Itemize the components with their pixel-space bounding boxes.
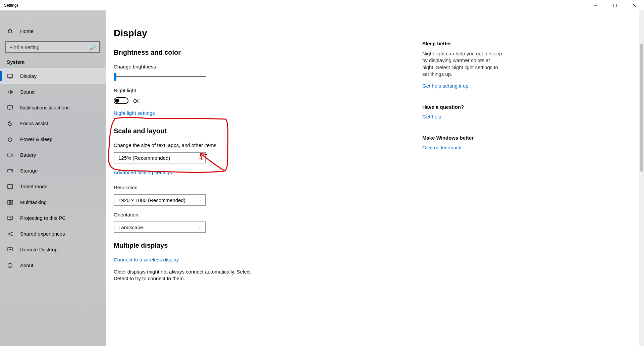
sleep-better-heading: Sleep better (422, 41, 503, 46)
scrollbar[interactable] (639, 10, 644, 346)
tablet-icon (7, 184, 13, 189)
sidebar-item-label: Multitasking (20, 199, 47, 205)
brightness-label: Change brightness (114, 64, 412, 69)
slider-thumb[interactable] (114, 73, 116, 81)
svg-rect-6 (8, 106, 12, 109)
svg-rect-4 (8, 74, 12, 78)
notifications-icon (7, 105, 13, 110)
svg-line-20 (8, 234, 12, 236)
feedback-link[interactable]: Give us feedback (422, 145, 461, 150)
focus-assist-icon (7, 121, 13, 126)
sidebar-item-label: Shared experiences (20, 231, 65, 237)
svg-rect-15 (8, 200, 10, 204)
night-light-toggle[interactable] (114, 97, 128, 104)
question-heading: Have a question? (422, 104, 503, 110)
sidebar-item-label: Projecting to this PC (20, 215, 66, 221)
sidebar-item-projecting[interactable]: Projecting to this PC (0, 210, 106, 226)
svg-rect-16 (10, 200, 12, 202)
svg-rect-17 (10, 203, 12, 204)
search-field[interactable] (9, 44, 90, 50)
sound-icon (7, 89, 13, 95)
svg-point-27 (10, 264, 10, 264)
page-title: Display (114, 28, 412, 39)
close-icon (632, 3, 636, 7)
sidebar-item-sound[interactable]: Sound (0, 84, 106, 100)
svg-point-23 (12, 235, 13, 236)
remote-desktop-icon (7, 247, 13, 252)
search-icon: 🔍 (90, 45, 96, 50)
resolution-label: Resolution (114, 185, 412, 190)
sidebar-item-display[interactable]: Display (0, 68, 106, 84)
window-controls (586, 0, 644, 10)
svg-point-14 (10, 188, 10, 188)
section-multiple-displays: Multiple displays (114, 242, 412, 249)
sidebar-item-shared-experiences[interactable]: Shared experiences (0, 226, 106, 242)
home-label: Home (20, 28, 34, 34)
resolution-select[interactable]: 1920 × 1080 (Recommended) ⌄ (114, 194, 206, 206)
svg-point-21 (8, 233, 9, 234)
sidebar-item-power-sleep[interactable]: Power & sleep (0, 131, 106, 147)
wireless-display-link[interactable]: Connect to a wireless display (114, 257, 179, 262)
scale-label: Change the size of text, apps, and other… (114, 142, 412, 148)
brightness-slider[interactable] (114, 73, 206, 80)
sidebar-item-multitasking[interactable]: Multitasking (0, 194, 106, 210)
sidebar: Home 🔍 System Display Sound Notification… (0, 10, 106, 346)
right-pane: Sleep better Night light can help you ge… (422, 41, 503, 346)
svg-rect-10 (12, 154, 13, 156)
sidebar-item-label: Notifications & actions (20, 105, 70, 110)
orientation-value: Landscape (118, 225, 143, 230)
sidebar-item-about[interactable]: About (0, 257, 106, 273)
titlebar: Settings (0, 0, 644, 10)
sidebar-item-battery[interactable]: Battery (0, 147, 106, 163)
battery-icon (7, 153, 13, 157)
toggle-knob (115, 99, 119, 103)
sidebar-item-remote-desktop[interactable]: Remote Desktop (0, 242, 106, 257)
orientation-select[interactable]: Landscape ⌄ (114, 221, 206, 233)
night-light-settings-link[interactable]: Night light settings (114, 110, 155, 116)
get-help-link[interactable]: Get help (422, 114, 441, 119)
sidebar-item-label: Storage (20, 168, 38, 174)
svg-line-19 (8, 232, 12, 234)
sidebar-item-label: Power & sleep (20, 136, 53, 142)
sleep-better-text: Night light can help you get to sleep by… (422, 50, 503, 78)
sleep-help-link[interactable]: Get help setting it up (422, 83, 469, 89)
close-button[interactable] (625, 0, 644, 10)
svg-point-22 (12, 232, 13, 233)
sidebar-group-label: System (0, 59, 106, 68)
scale-select[interactable]: 125% (Recommended) ⌄ (114, 152, 206, 163)
storage-icon (7, 169, 13, 172)
chevron-down-icon: ⌄ (198, 198, 201, 202)
sidebar-item-tablet-mode[interactable]: Tablet mode (0, 179, 106, 194)
advanced-scaling-link[interactable]: Advanced scaling settings (114, 169, 172, 175)
chevron-down-icon: ⌄ (198, 156, 201, 160)
main-content: Display Brightness and color Change brig… (106, 10, 644, 346)
section-brightness: Brightness and color (114, 49, 412, 56)
multitasking-icon (7, 200, 13, 205)
sidebar-item-label: Focus assist (20, 120, 48, 126)
minimize-button[interactable] (586, 0, 605, 10)
chevron-down-icon: ⌄ (198, 225, 201, 230)
sidebar-item-focus-assist[interactable]: Focus assist (0, 115, 106, 131)
maximize-icon (613, 3, 617, 7)
projecting-icon (7, 216, 13, 220)
sidebar-item-label: Battery (20, 152, 36, 158)
shared-icon (7, 231, 13, 237)
older-displays-text: Older displays might not always connect … (114, 268, 255, 282)
section-scale-layout: Scale and layout (114, 127, 412, 135)
search-input[interactable]: 🔍 (5, 41, 100, 53)
sidebar-item-label: Tablet mode (20, 184, 48, 189)
svg-rect-1 (613, 4, 616, 7)
sidebar-item-label: Sound (20, 89, 35, 95)
maximize-button[interactable] (605, 0, 625, 10)
sidebar-item-notifications[interactable]: Notifications & actions (0, 100, 106, 115)
home-nav[interactable]: Home (0, 23, 106, 39)
sidebar-item-label: Remote Desktop (20, 247, 58, 252)
night-light-state: Off (133, 98, 140, 104)
sidebar-item-storage[interactable]: Storage (0, 163, 106, 179)
display-icon (7, 74, 13, 79)
scrollbar-thumb[interactable] (640, 44, 643, 171)
window-title: Settings (4, 3, 18, 8)
sidebar-item-label: Display (20, 73, 37, 79)
minimize-icon (593, 3, 597, 7)
svg-point-12 (11, 170, 12, 171)
